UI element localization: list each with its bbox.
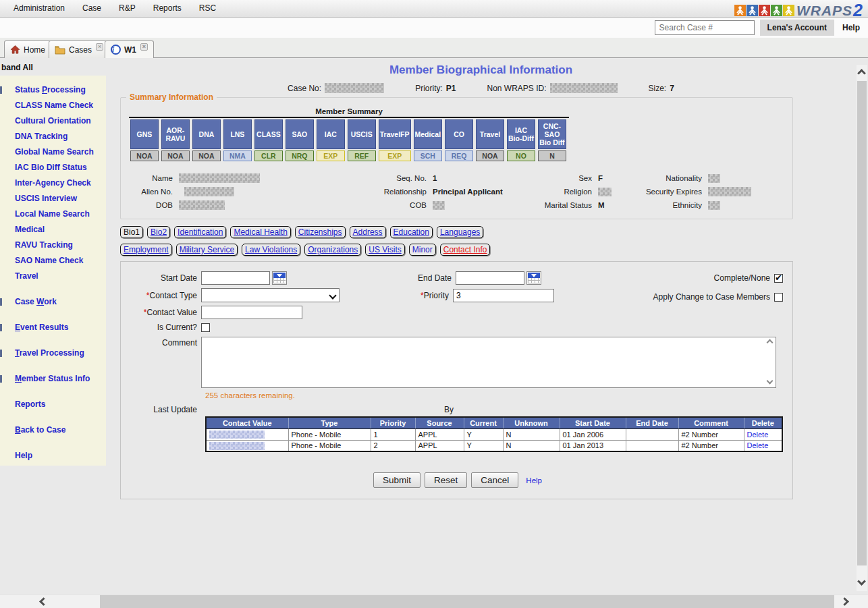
form-help-link[interactable]: Help (526, 476, 542, 485)
sidebar-item-medical[interactable]: Medical (0, 222, 106, 238)
sidebar-item-member-status-info[interactable]: Member Status Info (0, 371, 106, 387)
close-icon[interactable] (96, 43, 103, 51)
start-date-input[interactable] (201, 271, 270, 285)
delete-link[interactable]: Delete (744, 429, 782, 440)
characters-remaining: 255 characters remaining. (205, 391, 792, 399)
redacted-value (708, 187, 751, 196)
sidebar-item-ravu-tracking[interactable]: RAVU Tracking (0, 238, 106, 253)
scroll-left-icon[interactable] (39, 597, 48, 606)
redacted-value (209, 442, 265, 450)
horizontal-scrollbar[interactable] (0, 594, 868, 608)
redacted-value (209, 431, 265, 439)
close-icon[interactable] (140, 43, 148, 51)
page-title: Member Biographical Information (106, 63, 856, 77)
complete-none-label: Complete/None (714, 273, 770, 283)
bio-tab-languages[interactable]: Languages (437, 226, 483, 238)
search-case-input[interactable] (655, 20, 755, 35)
sidebar-item-reports[interactable]: Reports (0, 397, 106, 412)
apply-change-label: Apply Change to Case Members (653, 292, 770, 302)
sidebar-item-status-processing[interactable]: Status Processing (0, 82, 106, 98)
bio-tab-law-violations[interactable]: Law Violations (242, 244, 300, 256)
menu-case[interactable]: Case (74, 0, 110, 17)
horizontal-scrollbar-thumb[interactable] (100, 595, 834, 608)
sidebar-item-sao-name-check[interactable]: SAO Name Check (0, 253, 106, 269)
summary-information-legend: Summary Information (126, 92, 217, 102)
calendar-icon[interactable] (526, 271, 541, 285)
sidebar-item-back-to-case[interactable]: Back to Case (0, 422, 106, 438)
bio-tab-citizenships[interactable]: Citizenships (295, 226, 346, 238)
summary-col-uscis: USCIS (348, 119, 376, 149)
end-date-input[interactable] (456, 271, 524, 285)
comment-label: Comment (121, 337, 201, 348)
sidebar-item-uscis-interview[interactable]: USCIS Interview (0, 191, 106, 206)
utility-bar: Lena's Account Help (0, 18, 868, 38)
sidebar-item-case-work[interactable]: Case Work (0, 294, 106, 310)
cob-label: COB (304, 201, 433, 209)
bio-tab-identification[interactable]: Identification (174, 226, 226, 238)
sidebar-item-local-name-search[interactable]: Local Name Search (0, 206, 106, 222)
tab-cases[interactable]: Cases (49, 40, 109, 58)
bio-tab-address[interactable]: Address (350, 226, 386, 238)
status-badge: SCH (414, 150, 443, 161)
menu-rsc[interactable]: RSC (190, 0, 225, 17)
vertical-scrollbar[interactable] (857, 65, 867, 591)
account-button[interactable]: Lena's Account (760, 20, 834, 36)
status-badge: NMA (223, 150, 252, 161)
col-current: Current (464, 417, 503, 429)
menu-reports[interactable]: Reports (144, 0, 190, 17)
sidebar-item-event-results[interactable]: Event Results (0, 320, 106, 335)
bio-tab-minor[interactable]: Minor (409, 244, 436, 256)
apply-change-checkbox[interactable] (774, 293, 783, 302)
status-badge: EXP (317, 150, 345, 161)
comment-textarea[interactable] (201, 337, 776, 388)
bio-tab-education[interactable]: Education (390, 226, 433, 238)
bio-tab-bio1[interactable]: Bio1 (120, 226, 143, 238)
logo-figure-icon (759, 5, 770, 16)
menu-administration[interactable]: Administration (0, 0, 74, 17)
sidebar-item-class-name-check[interactable]: CLASS Name Check (0, 98, 106, 113)
scroll-right-icon[interactable] (840, 597, 849, 606)
tab-home[interactable]: Home (4, 40, 51, 58)
bio-tab-medical-health[interactable]: Medical Health (230, 226, 290, 238)
is-current-label: Is Current? (121, 323, 201, 332)
bio-tab-organizations[interactable]: Organizations (304, 244, 361, 256)
sidebar-item-travel[interactable]: Travel (0, 269, 106, 284)
bio-tab-us-visits[interactable]: US Visits (365, 244, 404, 256)
contact-type-select[interactable] (201, 288, 340, 302)
delete-link[interactable]: Delete (744, 440, 782, 451)
sidebar-item-global-name-search[interactable]: Global Name Search (0, 144, 106, 160)
relationship-value: Principal Applicant (433, 188, 503, 196)
summary-col-co: CO (445, 119, 473, 149)
scroll-up-icon[interactable] (857, 69, 866, 78)
reset-button[interactable]: Reset (425, 472, 467, 488)
status-badge: NOA (130, 150, 159, 161)
is-current-checkbox[interactable] (201, 323, 210, 332)
submit-button[interactable]: Submit (373, 472, 421, 488)
help-menu[interactable]: Help (842, 23, 860, 32)
col-priority: Priority (371, 417, 415, 429)
expand-all-link-clipped[interactable]: band All (1, 63, 33, 72)
name-label: Name (129, 174, 179, 182)
sidebar-item-iac-bio-diff-status[interactable]: IAC Bio Diff Status (0, 160, 106, 175)
menu-rp[interactable]: R&P (110, 0, 144, 17)
sidebar-item-inter-agency-check[interactable]: Inter-Agency Check (0, 175, 106, 191)
contact-value-input[interactable] (201, 306, 302, 319)
sidebar-item-dna-tracking[interactable]: DNA Tracking (0, 129, 106, 144)
complete-none-checkbox[interactable] (774, 274, 783, 283)
vertical-scrollbar-thumb[interactable] (857, 81, 867, 565)
scroll-down-icon[interactable] (857, 577, 866, 586)
bio-tab-contact-info[interactable]: Contact Info (440, 244, 491, 256)
col-start-date: Start Date (560, 417, 626, 429)
cancel-button[interactable]: Cancel (471, 472, 518, 488)
tab-w1[interactable]: i W1 (105, 40, 154, 58)
sidebar-item-cultural-orientation[interactable]: Cultural Orientation (0, 113, 106, 129)
bio-tab-military-service[interactable]: Military Service (176, 244, 238, 256)
bio-tab-bio2[interactable]: Bio2 (147, 226, 170, 238)
sidebar-item-travel-processing[interactable]: Travel Processing (0, 346, 106, 361)
calendar-icon[interactable] (272, 271, 287, 285)
sidebar-item-help[interactable]: Help (0, 448, 106, 464)
priority-input[interactable] (453, 289, 554, 302)
bio-tab-employment[interactable]: Employment (120, 244, 172, 256)
priority-value: P1 (446, 84, 456, 93)
col-type: Type (288, 417, 371, 429)
